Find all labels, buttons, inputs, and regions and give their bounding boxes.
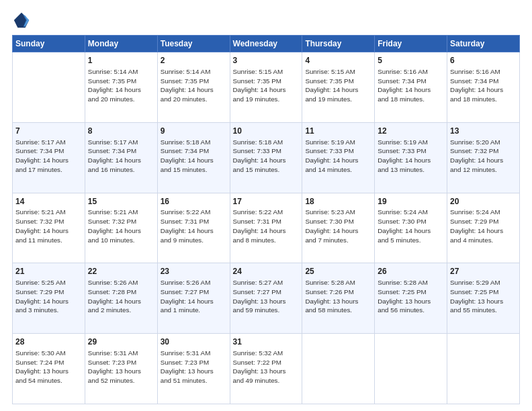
day-detail: Sunrise: 5:18 AM Sunset: 7:34 PM Dayligh… [161,138,227,175]
day-number: 31 [233,336,300,348]
day-cell: 27Sunrise: 5:29 AM Sunset: 7:25 PM Dayli… [447,263,520,334]
day-number: 30 [161,336,227,348]
day-number: 7 [15,126,82,137]
day-detail: Sunrise: 5:30 AM Sunset: 7:24 PM Dayligh… [15,349,82,385]
week-row-4: 28Sunrise: 5:30 AM Sunset: 7:24 PM Dayli… [13,334,520,404]
day-detail: Sunrise: 5:26 AM Sunset: 7:27 PM Dayligh… [161,278,227,315]
day-cell: 24Sunrise: 5:27 AM Sunset: 7:27 PM Dayli… [230,263,302,334]
day-cell: 21Sunrise: 5:25 AM Sunset: 7:29 PM Dayli… [13,263,85,334]
day-number: 20 [450,196,517,208]
day-cell [302,334,375,404]
day-cell: 1Sunrise: 5:14 AM Sunset: 7:35 PM Daylig… [85,52,157,123]
day-detail: Sunrise: 5:31 AM Sunset: 7:23 PM Dayligh… [88,349,154,385]
week-row-2: 14Sunrise: 5:21 AM Sunset: 7:32 PM Dayli… [13,193,520,263]
week-row-3: 21Sunrise: 5:25 AM Sunset: 7:29 PM Dayli… [13,263,520,334]
day-detail: Sunrise: 5:23 AM Sunset: 7:30 PM Dayligh… [305,208,371,244]
day-detail: Sunrise: 5:26 AM Sunset: 7:28 PM Dayligh… [88,278,154,315]
col-header-sunday: Sunday [13,36,85,52]
day-detail: Sunrise: 5:15 AM Sunset: 7:35 PM Dayligh… [233,67,300,104]
day-detail: Sunrise: 5:28 AM Sunset: 7:26 PM Dayligh… [305,278,371,315]
logo [12,11,32,30]
calendar-table: SundayMondayTuesdayWednesdayThursdayFrid… [12,35,520,404]
day-number: 19 [378,196,444,208]
day-number: 3 [233,55,300,66]
day-detail: Sunrise: 5:18 AM Sunset: 7:33 PM Dayligh… [233,138,300,175]
day-detail: Sunrise: 5:19 AM Sunset: 7:33 PM Dayligh… [378,138,444,175]
day-number: 4 [305,55,371,66]
week-row-1: 7Sunrise: 5:17 AM Sunset: 7:34 PM Daylig… [13,122,520,193]
day-detail: Sunrise: 5:16 AM Sunset: 7:34 PM Dayligh… [378,67,444,104]
day-cell: 8Sunrise: 5:17 AM Sunset: 7:34 PM Daylig… [85,122,157,193]
day-detail: Sunrise: 5:27 AM Sunset: 7:27 PM Dayligh… [233,278,300,315]
col-header-saturday: Saturday [447,36,520,52]
day-number: 11 [305,126,371,137]
day-detail: Sunrise: 5:22 AM Sunset: 7:31 PM Dayligh… [233,208,300,244]
day-cell: 22Sunrise: 5:26 AM Sunset: 7:28 PM Dayli… [85,263,157,334]
day-detail: Sunrise: 5:29 AM Sunset: 7:25 PM Dayligh… [450,278,517,315]
col-header-thursday: Thursday [302,36,375,52]
day-number: 2 [161,55,227,66]
day-detail: Sunrise: 5:19 AM Sunset: 7:33 PM Dayligh… [305,138,371,175]
day-number: 22 [88,266,154,277]
day-cell: 10Sunrise: 5:18 AM Sunset: 7:33 PM Dayli… [230,122,302,193]
day-number: 29 [88,336,154,348]
day-cell: 9Sunrise: 5:18 AM Sunset: 7:34 PM Daylig… [157,122,230,193]
col-header-friday: Friday [375,36,447,52]
day-detail: Sunrise: 5:31 AM Sunset: 7:23 PM Dayligh… [161,349,227,385]
day-cell: 29Sunrise: 5:31 AM Sunset: 7:23 PM Dayli… [85,334,157,404]
day-cell: 11Sunrise: 5:19 AM Sunset: 7:33 PM Dayli… [302,122,375,193]
week-row-0: 1Sunrise: 5:14 AM Sunset: 7:35 PM Daylig… [13,52,520,123]
day-number: 13 [450,126,517,137]
day-detail: Sunrise: 5:15 AM Sunset: 7:35 PM Dayligh… [305,67,371,104]
col-header-monday: Monday [85,36,157,52]
col-header-wednesday: Wednesday [230,36,302,52]
day-detail: Sunrise: 5:24 AM Sunset: 7:29 PM Dayligh… [450,208,517,244]
day-cell: 20Sunrise: 5:24 AM Sunset: 7:29 PM Dayli… [447,193,520,263]
day-number: 16 [161,196,227,208]
day-number: 1 [88,55,154,66]
day-cell: 31Sunrise: 5:32 AM Sunset: 7:22 PM Dayli… [230,334,302,404]
day-cell: 30Sunrise: 5:31 AM Sunset: 7:23 PM Dayli… [157,334,230,404]
header-row: SundayMondayTuesdayWednesdayThursdayFrid… [13,36,520,52]
day-number: 23 [161,266,227,277]
day-detail: Sunrise: 5:14 AM Sunset: 7:35 PM Dayligh… [161,67,227,104]
day-detail: Sunrise: 5:32 AM Sunset: 7:22 PM Dayligh… [233,349,300,385]
day-detail: Sunrise: 5:16 AM Sunset: 7:34 PM Dayligh… [450,67,517,104]
day-number: 9 [161,126,227,137]
day-number: 15 [88,196,154,208]
day-number: 18 [305,196,371,208]
day-number: 25 [305,266,371,277]
day-number: 28 [15,336,82,348]
day-cell [13,52,85,123]
page: SundayMondayTuesdayWednesdayThursdayFrid… [0,0,532,411]
day-number: 21 [15,266,82,277]
day-cell: 28Sunrise: 5:30 AM Sunset: 7:24 PM Dayli… [13,334,85,404]
day-number: 17 [233,196,300,208]
day-cell: 12Sunrise: 5:19 AM Sunset: 7:33 PM Dayli… [375,122,447,193]
day-number: 27 [450,266,517,277]
day-number: 12 [378,126,444,137]
day-detail: Sunrise: 5:25 AM Sunset: 7:29 PM Dayligh… [15,278,82,315]
day-cell: 15Sunrise: 5:21 AM Sunset: 7:32 PM Dayli… [85,193,157,263]
day-cell [447,334,520,404]
day-detail: Sunrise: 5:21 AM Sunset: 7:32 PM Dayligh… [88,208,154,244]
header [12,11,520,30]
day-number: 5 [378,55,444,66]
day-number: 8 [88,126,154,137]
day-cell: 7Sunrise: 5:17 AM Sunset: 7:34 PM Daylig… [13,122,85,193]
day-detail: Sunrise: 5:28 AM Sunset: 7:25 PM Dayligh… [378,278,444,315]
day-detail: Sunrise: 5:22 AM Sunset: 7:31 PM Dayligh… [161,208,227,244]
day-cell: 17Sunrise: 5:22 AM Sunset: 7:31 PM Dayli… [230,193,302,263]
day-cell: 4Sunrise: 5:15 AM Sunset: 7:35 PM Daylig… [302,52,375,123]
day-number: 24 [233,266,300,277]
day-detail: Sunrise: 5:24 AM Sunset: 7:30 PM Dayligh… [378,208,444,244]
day-cell: 23Sunrise: 5:26 AM Sunset: 7:27 PM Dayli… [157,263,230,334]
day-number: 6 [450,55,517,66]
day-detail: Sunrise: 5:20 AM Sunset: 7:32 PM Dayligh… [450,138,517,175]
day-cell: 26Sunrise: 5:28 AM Sunset: 7:25 PM Dayli… [375,263,447,334]
day-number: 26 [378,266,444,277]
day-detail: Sunrise: 5:14 AM Sunset: 7:35 PM Dayligh… [88,67,154,104]
day-cell: 14Sunrise: 5:21 AM Sunset: 7:32 PM Dayli… [13,193,85,263]
col-header-tuesday: Tuesday [157,36,230,52]
day-cell: 16Sunrise: 5:22 AM Sunset: 7:31 PM Dayli… [157,193,230,263]
